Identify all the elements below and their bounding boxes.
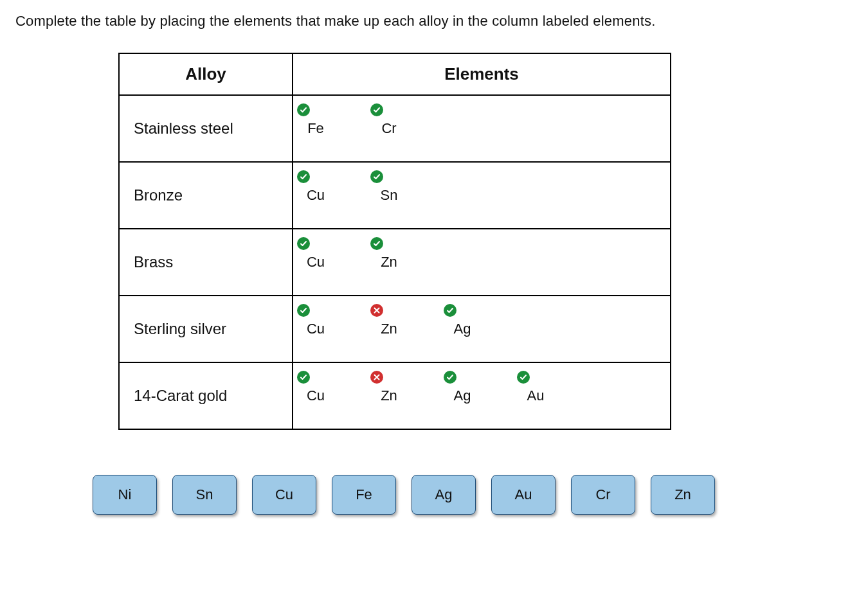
placed-element[interactable]: Cu [298,238,333,271]
element-tile[interactable]: Fe [332,475,396,515]
placed-element[interactable]: Cr [372,105,406,137]
element-symbol: Fe [298,120,333,137]
wrong-icon [370,304,383,317]
alloy-name-cell: Brass [119,229,293,296]
placed-element[interactable]: Zn [372,238,406,271]
elements-drop-zone[interactable]: CuZnAg [293,296,671,362]
header-alloy: Alloy [119,53,293,95]
placed-element[interactable]: Sn [372,172,406,204]
placed-element[interactable]: Zn [372,372,406,404]
header-elements: Elements [293,53,671,95]
element-symbol: Sn [372,187,406,204]
element-symbol: Cu [298,387,333,404]
element-symbol: Zn [372,321,406,337]
element-tile[interactable]: Cr [571,475,635,515]
alloy-name-cell: Bronze [119,162,293,229]
placed-element[interactable]: Cu [298,172,333,204]
elements-drop-zone[interactable]: FeCr [293,95,671,162]
elements-drop-zone[interactable]: CuSn [293,162,671,229]
placed-element[interactable]: Au [518,372,553,404]
correct-icon [297,304,310,317]
element-tile[interactable]: Sn [172,475,237,515]
correct-icon [517,371,530,384]
correct-icon [297,237,310,250]
correct-icon [444,371,457,384]
elements-drop-zone[interactable]: CuZnAgAu [293,362,671,429]
element-symbol: Cr [372,120,406,137]
element-choice-bank: NiSnCuFeAgAuCrZn [93,475,853,515]
alloy-name-cell: 14-Carat gold [119,362,293,429]
element-symbol: Cu [298,321,333,337]
element-tile[interactable]: Au [491,475,556,515]
correct-icon [444,304,457,317]
element-symbol: Zn [372,387,406,404]
element-symbol: Ag [445,321,480,337]
alloy-name-cell: Stainless steel [119,95,293,162]
element-symbol: Zn [372,254,406,271]
placed-element[interactable]: Fe [298,105,333,137]
element-tile[interactable]: Cu [252,475,316,515]
element-symbol: Cu [298,254,333,271]
placed-element[interactable]: Ag [445,372,480,404]
element-tile[interactable]: Ni [93,475,157,515]
question-prompt: Complete the table by placing the elemen… [15,13,853,30]
correct-icon [370,103,383,116]
correct-icon [297,103,310,116]
element-symbol: Au [518,387,553,404]
placed-element[interactable]: Ag [445,305,480,337]
element-symbol: Cu [298,187,333,204]
placed-element[interactable]: Cu [298,305,333,337]
correct-icon [297,371,310,384]
placed-element[interactable]: Zn [372,305,406,337]
correct-icon [370,237,383,250]
placed-element[interactable]: Cu [298,372,333,404]
alloy-name-cell: Sterling silver [119,296,293,362]
correct-icon [370,170,383,183]
wrong-icon [370,371,383,384]
correct-icon [297,170,310,183]
elements-drop-zone[interactable]: CuZn [293,229,671,296]
alloy-table: Alloy Elements Stainless steelFeCrBronze… [118,53,671,430]
element-tile[interactable]: Ag [411,475,476,515]
element-tile[interactable]: Zn [651,475,715,515]
element-symbol: Ag [445,387,480,404]
